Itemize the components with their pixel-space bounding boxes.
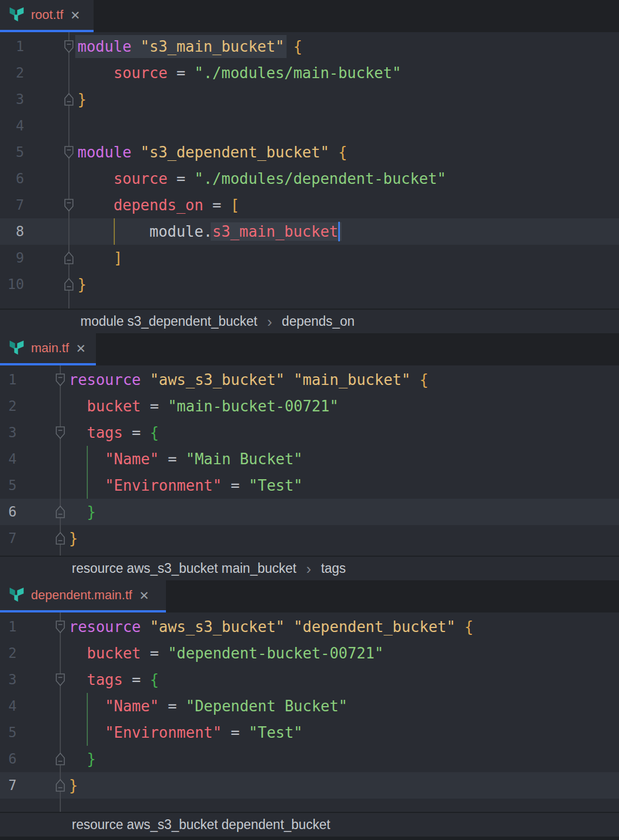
code-line-7[interactable]: 7 depends_on = [	[0, 192, 619, 218]
code-line-1[interactable]: 1resource "aws_s3_bucket" "dependent_buc…	[0, 614, 619, 640]
code-token-operator: =	[123, 424, 150, 441]
code-token-property: source	[114, 170, 168, 187]
breadcrumb-item[interactable]: resource aws_s3_bucket dependent_bucket	[72, 817, 330, 833]
close-icon[interactable]: ✕	[76, 342, 86, 355]
code-line-2[interactable]: 2 source = "./modules/main-bucket"	[0, 60, 619, 86]
fold-open-icon[interactable]	[24, 33, 78, 60]
code-line-8[interactable]: 8 module.s3_main_bucket	[0, 218, 619, 245]
fold-open-icon[interactable]	[17, 614, 69, 640]
code-token-block-name: "aws_s3_bucket"	[150, 618, 285, 635]
line-number: 6	[0, 746, 17, 772]
code-line-10[interactable]: 10}	[0, 271, 619, 298]
breadcrumb-item[interactable]: depends_on	[282, 314, 355, 329]
code-token-operator	[78, 196, 114, 214]
editor-pane-root.tf: root.tf ✕ 1module "s3_main_bucket" {2 so…	[0, 0, 619, 333]
bottom-strip	[0, 837, 619, 840]
line-number: 3	[0, 666, 17, 693]
fold-close-icon[interactable]	[17, 772, 69, 799]
code-line-4[interactable]: 4 "Name" = "Main Bucket"	[0, 446, 619, 472]
code-token-keyword: module	[78, 144, 131, 161]
fold-gutter	[24, 165, 78, 192]
line-number: 6	[0, 499, 17, 525]
code-editor[interactable]: 1resource "aws_s3_bucket" "dependent_buc…	[0, 612, 619, 812]
code-lines: 1module "s3_main_bucket" {2 source = "./…	[0, 32, 619, 298]
close-icon[interactable]: ✕	[139, 589, 149, 602]
code-line-6[interactable]: 6 }	[0, 499, 619, 525]
code-line-7[interactable]: 7}	[0, 525, 619, 552]
fold-close-icon[interactable]	[24, 86, 78, 113]
code-line-2[interactable]: 2 bucket = "main-bucket-00721"	[0, 393, 619, 419]
breadcrumb-item[interactable]: module s3_dependent_bucket	[80, 314, 257, 329]
code-line-1[interactable]: 1resource "aws_s3_bucket" "main_bucket" …	[0, 367, 619, 393]
code-text: resource "aws_s3_bucket" "main_bucket" {	[69, 367, 428, 393]
code-token-block-name: "dependent_bucket"	[293, 618, 455, 635]
file-tab-main.tf[interactable]: main.tf ✕	[0, 333, 96, 365]
fold-close-icon[interactable]	[17, 746, 69, 772]
fold-close-icon[interactable]	[17, 499, 69, 525]
terraform-icon	[8, 5, 25, 25]
code-token-property: tags	[87, 424, 123, 441]
tab-filename: dependent.main.tf	[31, 588, 132, 603]
code-line-5[interactable]: 5module "s3_dependent_bucket" {	[0, 139, 619, 165]
breadcrumb-item[interactable]: tags	[321, 561, 346, 576]
code-token-property: bucket	[87, 645, 141, 662]
code-line-4[interactable]: 4 "Name" = "Dependent Bucket"	[0, 693, 619, 719]
code-text: bucket = "main-bucket-00721"	[69, 393, 339, 419]
code-line-3[interactable]: 3 tags = {	[0, 666, 619, 693]
code-line-5[interactable]: 5 "Environment" = "Test"	[0, 719, 619, 746]
code-line-7[interactable]: 7}	[0, 772, 619, 799]
fold-open-icon[interactable]	[17, 419, 69, 446]
code-line-6[interactable]: 6 source = "./modules/dependent-bucket"	[0, 165, 619, 192]
fold-close-icon[interactable]	[24, 271, 78, 298]
code-token-keyword: resource	[69, 618, 141, 635]
code-token-operator	[78, 223, 149, 240]
code-editor[interactable]: 1resource "aws_s3_bucket" "main_bucket" …	[0, 365, 619, 556]
code-token-operator: =	[168, 170, 195, 187]
line-number: 7	[0, 772, 17, 799]
code-lines: 1resource "aws_s3_bucket" "main_bucket" …	[0, 365, 619, 552]
code-token-keyword: module	[78, 38, 131, 55]
ide-editor-splits: root.tf ✕ 1module "s3_main_bucket" {2 so…	[0, 0, 619, 837]
breadcrumb-item[interactable]: resource aws_s3_bucket main_bucket	[72, 561, 296, 576]
code-token-operator	[69, 724, 105, 741]
code-token-operator	[69, 503, 87, 521]
code-line-9[interactable]: 9 ]	[0, 245, 619, 271]
line-number: 2	[0, 393, 17, 419]
code-token-operator	[78, 64, 114, 82]
code-line-3[interactable]: 3}	[0, 86, 619, 113]
close-icon[interactable]: ✕	[70, 9, 80, 21]
fold-open-icon[interactable]	[24, 139, 78, 165]
fold-open-icon[interactable]	[24, 192, 78, 218]
code-text: "Name" = "Main Bucket"	[69, 446, 303, 472]
code-line-3[interactable]: 3 tags = {	[0, 419, 619, 446]
code-token-operator	[78, 170, 114, 187]
code-line-5[interactable]: 5 "Environment" = "Test"	[0, 472, 619, 499]
fold-close-icon[interactable]	[24, 245, 78, 271]
code-token-operator	[329, 144, 338, 161]
code-line-1[interactable]: 1module "s3_main_bucket" {	[0, 33, 619, 60]
code-token-operator	[78, 249, 114, 267]
code-line-4[interactable]: 4	[0, 113, 619, 139]
tab-filename: main.tf	[31, 341, 69, 356]
code-token-block-name: "s3_dependent_bucket"	[141, 144, 330, 161]
fold-open-icon[interactable]	[17, 367, 69, 393]
fold-open-icon[interactable]	[17, 666, 69, 693]
code-token-property: s3_main_bucket	[212, 223, 338, 240]
terraform-icon	[8, 338, 25, 358]
line-number: 2	[0, 640, 17, 666]
code-line-6[interactable]: 6 }	[0, 746, 619, 772]
code-token-punct-gold: {	[420, 371, 429, 388]
code-text: module "s3_main_bucket" {	[78, 33, 302, 60]
text-caret	[338, 222, 340, 241]
code-text: tags = {	[69, 419, 159, 446]
file-tab-root.tf[interactable]: root.tf ✕	[0, 0, 94, 32]
code-text: }	[69, 772, 78, 799]
selection-highlight: module "s3_main_bucket"	[75, 35, 287, 58]
fold-close-icon[interactable]	[17, 525, 69, 552]
code-editor[interactable]: 1module "s3_main_bucket" {2 source = "./…	[0, 32, 619, 309]
code-token-string: "./modules/dependent-bucket"	[195, 170, 446, 187]
code-token-operator	[69, 450, 105, 468]
line-number: 5	[0, 139, 24, 165]
file-tab-dependent.main.tf[interactable]: dependent.main.tf ✕	[0, 580, 166, 612]
code-line-2[interactable]: 2 bucket = "dependent-bucket-00721"	[0, 640, 619, 666]
